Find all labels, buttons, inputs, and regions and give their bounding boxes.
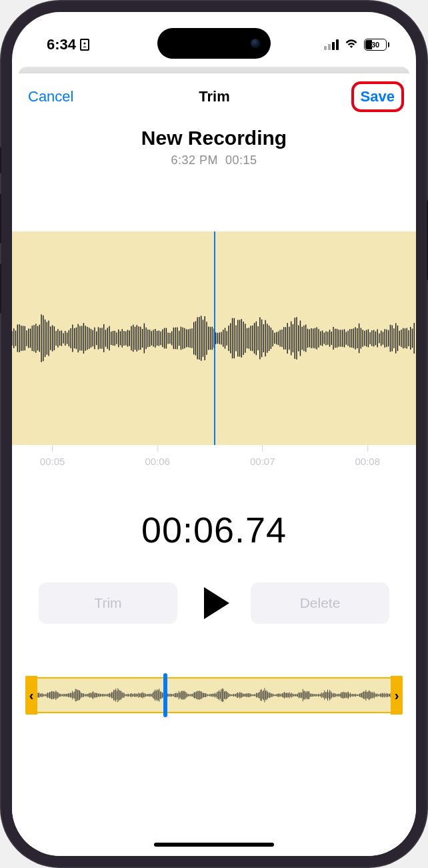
wifi-icon	[344, 38, 359, 51]
signal-icon	[324, 39, 339, 50]
clock-text: 6:34	[47, 36, 76, 53]
trim-handle-right[interactable]: ›	[391, 676, 403, 715]
svg-point-0	[83, 42, 85, 44]
play-button[interactable]	[191, 587, 237, 619]
home-indicator[interactable]	[154, 843, 274, 847]
dynamic-island	[157, 28, 271, 59]
recording-duration: 00:15	[225, 153, 257, 167]
status-time: 6:34	[47, 36, 89, 53]
chevron-right-icon: ›	[395, 688, 399, 703]
battery-text: 30	[371, 41, 379, 49]
nav-title: Trim	[199, 88, 229, 105]
playhead[interactable]	[214, 232, 215, 445]
delete-button[interactable]: Delete	[251, 582, 389, 624]
trim-overview[interactable]: ‹ ›	[27, 677, 401, 713]
overview-waveform	[28, 685, 400, 705]
ruler-label: 00:06	[145, 456, 170, 467]
overview-playhead[interactable]	[163, 673, 167, 717]
chevron-left-icon: ‹	[29, 688, 34, 703]
camera-dot	[251, 39, 260, 48]
overview-track[interactable]	[27, 677, 401, 713]
screen: 6:34 30	[12, 12, 416, 856]
ruler-label: 00:05	[40, 456, 65, 467]
recording-meta: 6:32 PM 00:15	[12, 153, 416, 167]
trim-button[interactable]: Trim	[39, 582, 177, 624]
nav-bar: Cancel Trim Save	[12, 73, 416, 111]
save-highlight-annotation: Save	[351, 81, 404, 112]
time-ruler: 00:05 00:06 00:07 00:08	[12, 445, 416, 474]
current-time-display: 00:06.74	[12, 509, 416, 550]
save-button[interactable]: Save	[361, 88, 395, 105]
ruler-label: 00:07	[250, 456, 275, 467]
phone-frame: 6:34 30	[0, 0, 428, 868]
cancel-button[interactable]: Cancel	[28, 88, 73, 105]
waveform-editor[interactable]: 00:05 00:06 00:07 00:08	[12, 232, 416, 474]
recording-timestamp: 6:32 PM	[171, 153, 218, 167]
play-icon	[204, 587, 229, 619]
id-card-icon	[80, 39, 89, 51]
trim-sheet: Cancel Trim Save New Recording 6:32 PM 0…	[12, 73, 416, 856]
battery-icon: 30	[364, 39, 389, 51]
waveform-selection-region[interactable]	[12, 232, 416, 445]
ruler-label: 00:08	[355, 456, 380, 467]
recording-title: New Recording	[12, 127, 416, 149]
trim-handle-left[interactable]: ‹	[25, 676, 37, 715]
